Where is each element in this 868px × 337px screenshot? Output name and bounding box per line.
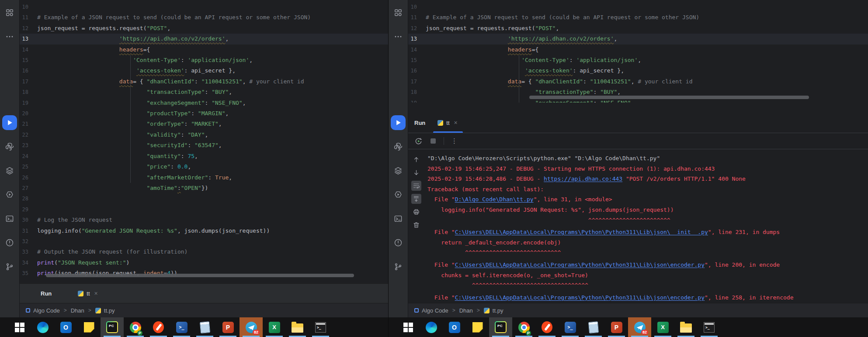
line-number[interactable]: 21 (20, 119, 37, 129)
line-number[interactable]: 11 (20, 12, 37, 23)
line-number[interactable]: 24 (20, 151, 37, 162)
line-number[interactable]: 11 (408, 12, 426, 23)
activity-python-console-button[interactable] (391, 187, 406, 202)
line-number[interactable]: 16 (20, 65, 37, 76)
taskbar-file-explorer-button[interactable] (286, 317, 309, 337)
breadcrumb-algo-code[interactable]: Algo Code (414, 307, 448, 314)
taskbar-powerpoint-button[interactable]: P (216, 317, 240, 337)
activity-python-packages-button[interactable] (2, 139, 17, 154)
line-number[interactable]: 18 (408, 87, 426, 97)
breadcrumb-dhan[interactable]: Dhan (71, 307, 84, 314)
line-number[interactable]: 22 (20, 130, 37, 140)
line-number[interactable]: 10 (20, 2, 37, 12)
activity-project-structure-button[interactable] (391, 5, 406, 20)
line-number[interactable]: 15 (408, 55, 426, 65)
activity-python-packages-button[interactable] (391, 139, 406, 154)
line-number[interactable]: 30 (20, 215, 37, 225)
line-number[interactable]: 17 (408, 76, 426, 87)
taskbar-pycharm-button[interactable]: PC (101, 317, 124, 337)
code-editor[interactable]: 1011# Example of a JSON request to send … (20, 0, 388, 283)
stop-button[interactable] (427, 135, 439, 147)
run-toolwindow-title[interactable]: Run (41, 290, 52, 297)
activity-version-control-button[interactable] (391, 259, 406, 274)
console-output[interactable]: "D:\Algo Code\Herozero\Scripts\python.ex… (424, 149, 868, 303)
line-number[interactable]: 28 (20, 193, 37, 204)
taskbar-excel-button[interactable]: X (651, 317, 674, 337)
activity-more-tool-windows-button[interactable] (2, 29, 17, 44)
activity-run-button[interactable] (391, 115, 406, 130)
activity-version-control-button[interactable] (2, 259, 17, 274)
taskbar-command-prompt-button[interactable]: >_ (698, 317, 721, 337)
line-number[interactable]: 32 (20, 236, 37, 247)
line-number[interactable]: 23 (20, 140, 37, 151)
line-number[interactable]: 20 (20, 108, 37, 119)
taskbar-telegram-button[interactable]: 82 (628, 317, 651, 337)
taskbar-edge-button[interactable] (31, 317, 54, 337)
taskbar-sticky-notes-button[interactable] (77, 317, 101, 337)
line-number[interactable]: 26 (20, 172, 37, 183)
close-tab-icon[interactable]: × (454, 119, 458, 126)
breadcrumb-dhan[interactable]: Dhan (459, 307, 473, 314)
taskbar-notepad-button[interactable] (582, 317, 605, 337)
activity-run-button[interactable] (2, 115, 17, 130)
soft-wrap-button[interactable] (411, 181, 421, 191)
breadcrumb-algo-code[interactable]: Algo Code (26, 307, 60, 314)
activity-more-tool-windows-button[interactable] (391, 29, 406, 44)
horizontal-scrollbar[interactable] (46, 274, 354, 277)
activity-problems-button[interactable] (2, 235, 17, 250)
line-number[interactable]: 19 (20, 98, 37, 108)
line-number[interactable]: 12 (20, 23, 37, 34)
line-number[interactable]: 15 (20, 55, 37, 65)
taskbar-outlook-button[interactable]: O (54, 317, 77, 337)
line-number[interactable]: 13 (408, 34, 426, 44)
scroll-down-button[interactable] (411, 168, 421, 178)
line-number[interactable]: 25 (20, 162, 37, 172)
line-number[interactable]: 14 (20, 45, 37, 55)
run-tab[interactable]: tt × (78, 290, 97, 297)
console-file-link[interactable]: C:\Users\DELL\AppData\Local\Programs\Pyt… (455, 294, 705, 301)
line-number[interactable]: 18 (20, 87, 37, 97)
taskbar-powerpoint-button[interactable]: P (605, 317, 628, 337)
activity-problems-button[interactable] (391, 235, 406, 250)
run-tab-active[interactable]: tt × (437, 119, 457, 133)
line-number[interactable]: 34 (20, 258, 37, 268)
taskbar-kite-button[interactable] (147, 317, 170, 337)
taskbar-kite-button[interactable] (535, 317, 559, 337)
line-number[interactable]: 27 (20, 183, 37, 193)
rerun-button[interactable] (413, 135, 424, 147)
taskbar-outlook-button[interactable]: O (443, 317, 466, 337)
taskbar-file-explorer-button[interactable] (674, 317, 698, 337)
taskbar-excel-button[interactable]: X (263, 317, 286, 337)
scroll-to-end-button[interactable] (411, 194, 421, 204)
clear-all-button[interactable] (411, 220, 421, 230)
console-file-link[interactable]: C:\Users\DELL\AppData\Local\Programs\Pyt… (455, 261, 705, 268)
line-number[interactable]: 16 (408, 65, 426, 76)
activity-python-console-button[interactable] (2, 187, 17, 202)
taskbar-start-button[interactable] (396, 317, 420, 337)
activity-services-button[interactable] (391, 163, 406, 178)
taskbar-pycharm-button[interactable]: PC (489, 317, 512, 337)
activity-project-structure-button[interactable] (2, 5, 17, 20)
activity-terminal-button[interactable] (2, 211, 17, 226)
print-button[interactable] (411, 207, 421, 217)
line-number[interactable]: 13 (20, 34, 37, 44)
taskbar-telegram-button[interactable]: 82 (240, 317, 263, 337)
taskbar-chrome-button[interactable]: P (124, 317, 147, 337)
taskbar-chrome-button[interactable]: P (512, 317, 535, 337)
console-file-link[interactable]: D:\Algo Code\Dhan\tt.py (455, 196, 534, 203)
scroll-up-button[interactable] (411, 155, 421, 165)
taskbar-start-button[interactable] (8, 317, 31, 337)
line-number[interactable]: 12 (408, 23, 426, 34)
activity-terminal-button[interactable] (391, 211, 406, 226)
run-toolwindow-title[interactable]: Run (414, 120, 425, 133)
breadcrumb-tt-py[interactable]: tt.py (95, 307, 115, 314)
taskbar-edge-button[interactable] (420, 317, 443, 337)
taskbar-sticky-notes-button[interactable] (466, 317, 489, 337)
console-file-link[interactable]: C:\Users\DELL\AppData\Local\Programs\Pyt… (455, 229, 708, 235)
line-number[interactable]: 17 (20, 76, 37, 87)
taskbar-powershell-button[interactable]: >_ (559, 317, 582, 337)
horizontal-scrollbar[interactable] (529, 96, 809, 99)
taskbar-notepad-button[interactable] (193, 317, 216, 337)
line-number[interactable]: 35 (20, 268, 37, 279)
more-options-button[interactable]: ⋮ (449, 135, 460, 147)
